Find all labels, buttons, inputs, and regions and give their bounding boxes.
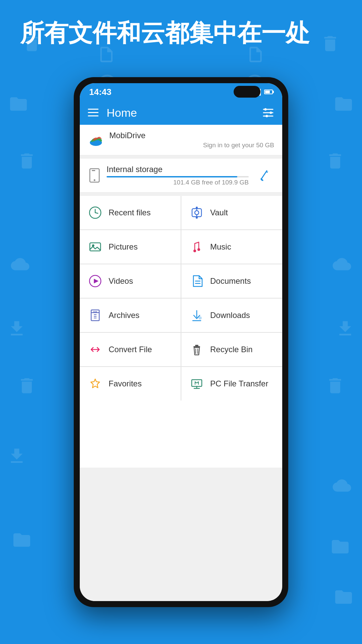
status-time: 14:43 <box>89 87 112 97</box>
music-label: Music <box>210 242 231 252</box>
mobidrive-signin: Sign in to get your 50 GB <box>109 142 274 149</box>
downloads-label: Downloads <box>210 311 250 320</box>
menu-grid: Recent files <box>80 196 282 400</box>
filter-icon[interactable] <box>262 107 274 119</box>
favorites-label: Favorites <box>109 379 142 388</box>
headline: 所有文件和云都集中在一处 <box>20 18 342 47</box>
svg-rect-25 <box>90 243 101 251</box>
documents-label: Documents <box>210 276 251 286</box>
main-content: MobiDrive Sign in to get your 50 GB <box>80 125 282 601</box>
svg-point-41 <box>198 316 202 320</box>
svg-rect-4 <box>88 109 99 110</box>
documents-icon <box>189 274 204 288</box>
hamburger-menu-icon[interactable] <box>88 109 99 117</box>
mobidrive-logo <box>88 132 104 148</box>
music-item[interactable]: Music <box>181 230 282 264</box>
videos-item[interactable]: Videos <box>80 264 181 298</box>
recycle-bin-label: Recycle Bin <box>210 345 253 354</box>
convert-file-label: Convert File <box>109 345 152 354</box>
videos-label: Videos <box>109 276 133 286</box>
mobidrive-name: MobiDrive <box>109 131 274 140</box>
pictures-label: Pictures <box>109 242 138 252</box>
svg-point-8 <box>264 108 267 111</box>
downloads-item[interactable]: Downloads <box>181 299 282 332</box>
downloads-icon <box>189 308 204 323</box>
storage-free-text: 101.4 GB free of 109.9 GB <box>107 179 249 186</box>
vault-label: Vault <box>210 208 228 217</box>
svg-line-20 <box>95 213 98 213</box>
pictures-icon <box>88 239 103 254</box>
mobidrive-info: MobiDrive Sign in to get your 50 GB <box>109 131 274 149</box>
phone-frame: 14:43 <box>74 77 288 607</box>
storage-info: Internal storage 101.4 GB free of 109.9 … <box>107 165 249 186</box>
svg-line-17 <box>261 171 267 179</box>
archives-icon <box>88 308 103 323</box>
camera-notch <box>234 86 260 98</box>
svg-point-10 <box>270 112 272 114</box>
clean-button[interactable] <box>254 165 274 185</box>
pictures-item[interactable]: Pictures <box>80 230 181 264</box>
internal-storage-section[interactable]: Internal storage 101.4 GB free of 109.9 … <box>80 159 282 193</box>
phone-storage-icon <box>88 167 101 183</box>
mobidrive-section[interactable]: MobiDrive Sign in to get your 50 GB <box>80 125 282 155</box>
storage-name: Internal storage <box>107 165 249 174</box>
svg-point-16 <box>94 179 96 181</box>
archives-item[interactable]: Archives <box>80 299 181 332</box>
svg-marker-30 <box>94 279 99 283</box>
svg-point-23 <box>196 207 198 209</box>
vault-item[interactable]: Vault <box>181 196 282 229</box>
archives-label: Archives <box>109 311 139 320</box>
pc-file-transfer-label: PC File Transfer <box>210 379 268 388</box>
svg-rect-44 <box>195 345 198 346</box>
pc-file-transfer-item[interactable]: PC File Transfer <box>181 367 282 400</box>
bottom-spacer <box>80 400 282 468</box>
app-bar: Home <box>80 101 282 125</box>
svg-rect-5 <box>88 112 99 113</box>
music-icon <box>189 239 204 254</box>
videos-icon <box>88 274 103 288</box>
documents-item[interactable]: Documents <box>181 264 282 298</box>
svg-point-28 <box>197 248 200 251</box>
pc-file-transfer-icon <box>189 376 204 391</box>
svg-point-27 <box>193 250 196 252</box>
vault-icon <box>189 205 204 220</box>
svg-rect-15 <box>92 170 95 171</box>
phone-device: 14:43 <box>74 77 288 607</box>
storage-bar <box>107 176 249 177</box>
recycle-bin-icon <box>189 342 204 357</box>
favorites-item[interactable]: Favorites <box>80 367 181 400</box>
svg-point-24 <box>196 217 198 219</box>
recycle-bin-item[interactable]: Recycle Bin <box>181 333 282 366</box>
svg-rect-6 <box>88 115 99 116</box>
app-title: Home <box>107 106 262 119</box>
convert-file-item[interactable]: Convert File <box>80 333 181 366</box>
svg-point-22 <box>195 211 199 215</box>
recent-files-label: Recent files <box>109 208 150 217</box>
convert-file-icon <box>88 342 103 357</box>
storage-bar-fill <box>107 176 237 177</box>
battery-icon <box>264 90 273 94</box>
recent-files-item[interactable]: Recent files <box>80 196 181 229</box>
svg-point-12 <box>266 115 268 117</box>
favorites-icon <box>88 376 103 391</box>
phone-screen: 14:43 <box>80 83 282 601</box>
recent-files-icon <box>88 205 103 220</box>
